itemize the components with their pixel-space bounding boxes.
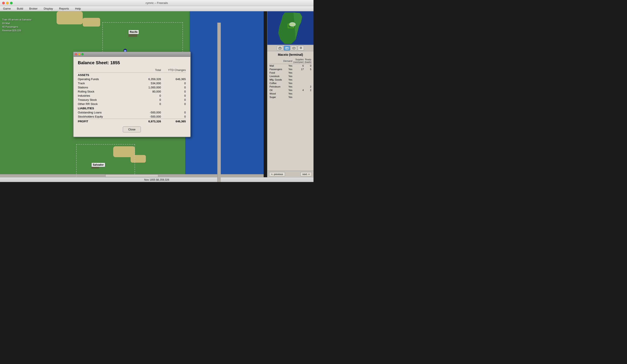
cell-total: -500,000	[137, 114, 161, 119]
balance-data-row: Rolling Stock 80,000 0	[78, 90, 186, 94]
balance-data-row: Other RR Stock 0 0	[78, 102, 186, 106]
maximize-button[interactable]	[10, 2, 13, 4]
table-row: Wood Yes	[269, 92, 312, 95]
cell-total: 0	[137, 94, 161, 98]
cell-commodity: Sugar	[269, 95, 283, 99]
table-row: Sugar Yes	[269, 95, 312, 99]
cell-ready	[304, 95, 312, 99]
profit-row: PROFIT 6,973,326 646,365	[78, 119, 186, 123]
cell-ready: 2	[304, 88, 312, 92]
cell-ready	[304, 92, 312, 95]
minimize-button[interactable]	[6, 2, 9, 4]
modal-close-button[interactable]: Close	[123, 126, 141, 132]
cell-ytd: 646,365	[161, 77, 186, 81]
cell-supplies: 4	[293, 88, 304, 92]
table-row: Mail Yes 6 0	[269, 64, 312, 68]
notification-line2: 69 Mail	[2, 22, 32, 25]
cell-total: 80,000	[137, 90, 161, 94]
cell-commodity: Mail	[269, 64, 283, 68]
terrain-ocean	[185, 112, 229, 177]
selection-box-2	[76, 144, 135, 177]
cell-supplies	[293, 78, 304, 81]
station-info: Maceio (terminal) Demand Supplies(cars/y…	[267, 51, 314, 171]
cell-commodity: Food	[269, 71, 283, 74]
window-title: cymric – Freerails	[146, 1, 168, 4]
menu-display[interactable]: Display	[43, 6, 54, 11]
cell-ready	[304, 81, 312, 85]
titlebar-buttons	[2, 2, 13, 4]
menu-build[interactable]: Build	[15, 6, 24, 11]
demand-table: Demand Supplies(cars/year) Ready(loads) …	[269, 58, 312, 99]
previous-button[interactable]: <- previous	[269, 172, 285, 176]
tool-btn-4[interactable]	[298, 46, 304, 51]
balance-data-row: Operating Funds 6,359,326 646,365	[78, 77, 186, 81]
cell-total: 0	[137, 98, 161, 102]
cell-ready	[304, 78, 312, 81]
cell-commodity: Coffee	[269, 81, 283, 85]
cell-supplies: 17	[293, 67, 304, 71]
cell-supplies	[293, 71, 304, 74]
col-header-ytd: YTD Changes	[161, 68, 186, 73]
col-header-supplies: Supplies(cars/year)	[293, 58, 304, 64]
cell-demand: Yes	[283, 95, 293, 99]
cell-ytd: 0	[161, 114, 186, 119]
cell-total: 6,359,326	[137, 77, 161, 81]
table-row: Livestock Yes	[269, 74, 312, 78]
tool-btn-2[interactable]	[284, 46, 290, 51]
cell-supplies	[293, 74, 304, 78]
cell-commodity: Petroleum	[269, 85, 283, 88]
minimap[interactable]	[267, 11, 314, 45]
cell-demand: Yes	[283, 85, 293, 88]
balance-sheet-modal[interactable]: Balance Sheet: 1855 Total YTD Changes AS…	[73, 52, 191, 137]
cell-ytd: 0	[161, 81, 186, 85]
col-header-demand: Demand	[283, 58, 293, 64]
status-text: Nov 1855 $6,359,326	[144, 178, 169, 181]
cell-commodity: Wood	[269, 92, 283, 95]
cell-ytd: 0	[161, 94, 186, 98]
city-recife[interactable]: Recife	[128, 30, 137, 37]
balance-table-body: ASSETS Operating Funds 6,359,326 646,365…	[78, 72, 186, 123]
terrain-sand	[83, 18, 100, 27]
cell-total: 6,973,326	[137, 119, 161, 123]
menu-broker[interactable]: Broker	[28, 6, 39, 11]
next-button[interactable]: next ->	[301, 172, 312, 176]
city-label-recife: Recife	[128, 30, 139, 34]
menu-help[interactable]: Help	[74, 6, 82, 11]
svg-point-14	[279, 48, 280, 49]
modal-max-btn[interactable]	[81, 53, 84, 55]
tool-btn-3[interactable]	[291, 46, 297, 51]
modal-min-btn[interactable]	[78, 53, 80, 55]
table-row: Coffee Yes	[269, 81, 312, 85]
cell-demand: Yes	[283, 67, 293, 71]
cell-total: -500,000	[137, 110, 161, 114]
table-row: Petroleum Yes 2	[269, 85, 312, 88]
city-salvador[interactable]: Salvador	[92, 163, 99, 168]
table-row: Oil Yes 4 2	[269, 88, 312, 92]
vertical-scrollbar[interactable]	[217, 23, 221, 182]
cell-label: Stockholders Equity	[78, 114, 137, 119]
cell-demand: Yes	[283, 81, 293, 85]
section-label: LIABILITIES	[78, 106, 186, 110]
tool-btn-1[interactable]	[277, 46, 283, 51]
close-button[interactable]	[2, 2, 5, 4]
cell-ready: 2	[304, 85, 312, 88]
balance-data-row: Treasury Stock 0 0	[78, 98, 186, 102]
modal-close-btn-tb[interactable]	[75, 53, 77, 55]
section-label: ASSETS	[78, 72, 186, 77]
svg-point-15	[280, 48, 281, 49]
minimap-svg	[267, 11, 314, 45]
svg-rect-3	[124, 49, 126, 50]
cell-ytd: 0	[161, 110, 186, 114]
nav-buttons: <- previous next ->	[267, 171, 314, 177]
svg-rect-16	[286, 47, 288, 49]
cell-ytd: 0	[161, 98, 186, 102]
table-row: Passengers Yes 17 5	[269, 67, 312, 71]
cell-total: 0	[137, 102, 161, 106]
menu-game[interactable]: Game	[2, 6, 12, 11]
cell-label: Rolling Stock	[78, 90, 137, 94]
demand-table-body: Mail Yes 6 0 Passengers Yes 17 5 Food Ye…	[269, 64, 312, 99]
balance-section-header: ASSETS	[78, 72, 186, 77]
cell-supplies	[293, 95, 304, 99]
notification-line1: Train #8 arrives at Salvador	[2, 18, 32, 22]
menu-reports[interactable]: Reports	[58, 6, 70, 11]
